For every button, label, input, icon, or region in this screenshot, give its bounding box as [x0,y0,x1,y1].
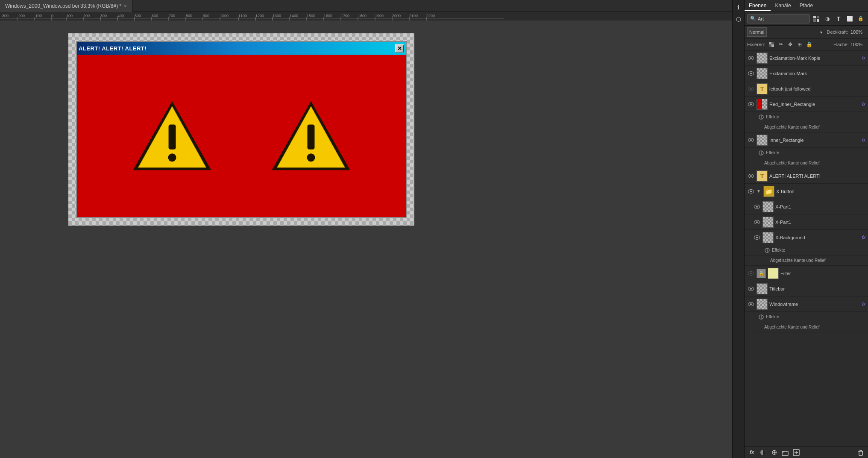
layer-item-alert-text[interactable]: T ALERT! ALERT! ALERT! [745,168,868,184]
layer-sub-inner-effects[interactable]: Effekte [745,148,868,158]
fix-move-icon[interactable]: ✥ [786,41,794,48]
tab-ebenen[interactable]: Ebenen [745,1,771,11]
layer-visibility-x-part1-a[interactable] [753,203,761,211]
layer-sub-xbg-effects[interactable]: Effekte [745,245,868,255]
sub-name-wf-effects: Effekte [766,314,865,319]
fill-value: 100% [850,42,865,47]
svg-text:0: 0 [51,14,53,18]
svg-text:-100: -100 [34,14,42,18]
svg-point-60 [307,153,315,161]
layer-sub-xbg-kante[interactable]: Abgeflachte Kante und Relief [745,255,868,266]
layer-sub-inner-kante[interactable]: Abgeflachte Kante und Relief [745,158,868,168]
opacity-label: Deckkraft: [827,29,848,35]
layer-thumb-exclamation-kopie [757,53,768,64]
tab-close-button[interactable]: × [124,3,126,9]
layer-item-filter[interactable]: 🔒 Filter [745,266,868,281]
layer-item-inner-rectangle[interactable]: Inner_Rectangle fx [745,132,868,148]
win2000-close-button[interactable]: ✕ [395,44,404,53]
layer-item-lettouh[interactable]: T lettouh just followed [745,81,868,97]
win2000-titlebar: ALERT! ALERT! ALERT! ✕ [77,42,406,55]
fix-lock-icon[interactable]: 🔒 [805,41,813,48]
layer-thumb-exclamation [757,68,768,79]
add-layer-style-button[interactable]: fx [747,448,757,457]
layer-item-red-inner[interactable]: Red_Inner_Rectangle fx [745,97,868,112]
svg-rect-67 [771,42,774,44]
filter-shape-icon[interactable]: ⬜ [845,14,854,23]
layer-visibility-x-part1-b[interactable] [753,218,761,226]
svg-rect-62 [817,16,819,18]
layer-fx-inner-rectangle: fx [862,138,865,142]
canvas-scroll-area[interactable]: ALERT! ALERT! ALERT! ✕ [0,21,732,458]
layer-visibility-lettouh[interactable] [747,85,755,93]
panel-bottom: fx ⊕ [745,446,868,458]
tab-kanaele[interactable]: Kanäle [771,1,795,11]
side-panel-strip: ℹ ⬡ [732,0,744,458]
fix-brush-icon[interactable]: ✏ [777,41,785,48]
layer-visibility-titlebar[interactable] [747,285,755,293]
layers-list[interactable]: Exclamation-Mark Kopie fx Exclamation-Ma… [745,50,868,446]
layer-visibility-exclamation-kopie[interactable] [747,54,755,62]
svg-text:-300: -300 [1,14,9,18]
search-icon: 🔍 [750,16,756,21]
layer-thumb-x-part1-a [762,201,774,212]
layer-visibility-red-inner[interactable] [747,100,755,108]
svg-text:2000: 2000 [392,14,401,18]
delete-layer-button[interactable] [856,448,865,457]
document-tab[interactable]: Windows_2000_Window.psd bei 33,3% (RGB/8… [0,0,132,12]
layer-item-titlebar[interactable]: Titlebar [745,281,868,297]
layer-visibility-x-background[interactable] [753,234,761,241]
new-layer-button[interactable] [792,448,801,457]
tab-label: Windows_2000_Window.psd bei 33,3% (RGB/8… [5,3,121,9]
layer-visibility-alert-text[interactable] [747,172,755,180]
layer-fx-red-inner: fx [862,102,865,106]
tab-pfade[interactable]: Pfade [795,1,817,11]
layer-item-exclamation[interactable]: Exclamation-Mark [745,66,868,81]
new-group-button[interactable] [780,448,790,457]
layer-item-windowframe[interactable]: Windowframe fx [745,297,868,312]
effects2-icon [758,150,764,156]
svg-text:1700: 1700 [341,14,349,18]
layer-sub-wf-kante[interactable]: Abgeflachte Kante und Relief [745,322,868,332]
layer-item-x-button-group[interactable]: ▼ 📁 X-Button [745,184,868,199]
fix-checkerboard-icon[interactable] [768,41,775,48]
blend-mode-select[interactable]: Normal [747,27,767,37]
sub-name-inner-effects: Effekte [766,150,865,155]
info-icon[interactable]: ℹ [734,3,743,12]
blend-mode-wrapper[interactable]: Normal [747,27,824,37]
3d-layers-icon[interactable]: ⬡ [734,15,743,24]
fix-artboard-icon[interactable]: ⊞ [796,41,803,48]
add-mask-button[interactable] [758,448,768,457]
layer-item-x-background[interactable]: X-Background fx [745,230,868,245]
layer-sub-wf-effects[interactable]: Effekte [745,312,868,322]
filter-lock-icon[interactable]: 🔒 [856,14,865,23]
layer-thumb-filter-lock: 🔒 [757,269,766,278]
svg-rect-65 [769,42,771,44]
new-fill-layer-button[interactable]: ⊕ [769,448,779,457]
filter-pixel-icon[interactable] [812,14,821,23]
layer-visibility-inner-rectangle[interactable] [747,136,755,144]
layer-thumb-filter-yellow [768,268,779,279]
svg-text:900: 900 [203,14,209,18]
svg-rect-59 [307,125,314,150]
filter-text-icon[interactable]: T [834,14,843,23]
layer-item-x-part1-a[interactable]: X-Part1 [745,199,868,214]
layer-visibility-filter[interactable] [747,270,755,277]
layer-thumb-x-part1-b [762,217,774,228]
svg-text:800: 800 [186,14,192,18]
layer-item-x-part1-b[interactable]: X-Part1 [745,214,868,230]
layer-visibility-windowframe[interactable] [747,300,755,308]
layer-sub-red-inner-effects[interactable]: Effekte [745,112,868,122]
filter-adjust-icon[interactable]: ◑ [823,14,832,23]
layer-visibility-x-button[interactable] [747,188,755,195]
group-expand-arrow[interactable]: ▼ [757,189,761,194]
svg-text:1200: 1200 [255,14,264,18]
layer-sub-red-inner-kante[interactable]: Abgeflachte Kante und Relief [745,122,868,132]
layer-thumb-windowframe [757,299,768,310]
filter-input[interactable]: Art [758,16,792,21]
svg-text:1100: 1100 [238,14,247,18]
layer-visibility-exclamation[interactable] [747,70,755,77]
right-warning-triangle [270,100,352,172]
sub-name-xbg-effects: Effekte [772,248,865,252]
layer-filter-search[interactable]: 🔍 Art [747,14,810,23]
layer-item-exclamation-kopie[interactable]: Exclamation-Mark Kopie fx [745,50,868,66]
